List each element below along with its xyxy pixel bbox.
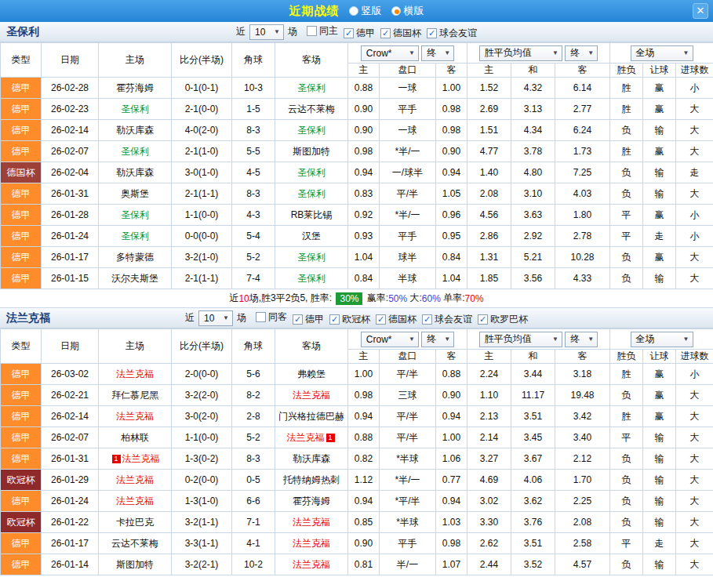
handicap-cell: 平手 (380, 226, 436, 247)
home-odds-cell: 0.94 (348, 491, 380, 512)
filter-option-3[interactable]: ✓德国杯 (376, 313, 417, 326)
col-header-odds-home: 主 (348, 64, 380, 78)
corners-cell: 7-1 (232, 512, 275, 533)
away-odds-cell: 0.95 (436, 226, 467, 247)
avg-home-cell: 2.86 (467, 226, 511, 247)
filter-option-2[interactable]: ✓德国杯 (380, 27, 421, 40)
bookmaker-value: Crow* (366, 334, 392, 345)
radio-checked-icon (391, 6, 401, 16)
match-count-value: 10 (255, 27, 265, 38)
odds-stage-select[interactable]: 终▼ (421, 45, 454, 61)
score-cell: 2-1(0-0) (172, 99, 232, 120)
match-result-cell: 负 (610, 491, 643, 512)
filter-option-3[interactable]: ✓球会友谊 (427, 27, 477, 40)
score-cell: 2-1(1-0) (172, 141, 232, 162)
avg-odds-selects: 胜平负均值▼ 终▼ (467, 329, 610, 350)
date-cell: 26-01-17 (42, 533, 99, 554)
goals-result-cell: 小 (676, 226, 713, 247)
checkbox-checked-icon[interactable]: ✓ (293, 314, 303, 325)
checkbox-unchecked-icon[interactable] (256, 312, 266, 322)
avg-draw-cell: 3.44 (511, 364, 555, 385)
home-odds-cell: 0.82 (348, 448, 380, 470)
home-team-cell: 法兰克福 (99, 491, 172, 512)
goals-result-cell: 大 (676, 554, 713, 575)
bookmaker-select[interactable]: Crow*▼ (361, 45, 419, 61)
avg-home-cell: 2.08 (467, 183, 511, 205)
checkbox-checked-icon[interactable]: ✓ (380, 28, 391, 38)
scope-select[interactable]: 全场▼ (631, 332, 693, 347)
team-name: 法兰克福 (6, 311, 50, 325)
checkbox-checked-icon[interactable]: ✓ (329, 314, 340, 325)
away-team-cell: 圣保利 (275, 78, 348, 99)
avg-away-cell: 1.73 (555, 141, 610, 162)
handicap-result-cell: 赢 (643, 78, 676, 99)
home-team-cell: 1法兰克福 (99, 448, 172, 470)
filter-label: 同客 (268, 310, 287, 324)
team-name: 云达不莱梅 (288, 103, 335, 114)
away-team-cell: RB莱比锡 (275, 205, 348, 226)
chevron-down-icon: ▼ (683, 336, 689, 343)
avg-home-cell: 1.31 (467, 247, 511, 268)
checkbox-checked-icon[interactable]: ✓ (376, 314, 386, 325)
home-odds-cell: 0.81 (348, 554, 380, 575)
avg-draw-cell: 2.92 (511, 226, 555, 247)
goals-result-cell: 大 (676, 406, 713, 427)
red-card-badge: 1 (112, 455, 121, 463)
col-header-home: 主场 (99, 329, 172, 364)
filter-option-0[interactable]: 同客 (256, 310, 287, 324)
checkbox-checked-icon[interactable]: ✓ (478, 314, 488, 325)
league-cell: 欧冠杯 (1, 470, 42, 491)
away-team-cell: 圣保利 (275, 162, 348, 183)
bookmaker-select[interactable]: Crow*▼ (361, 332, 419, 347)
match-row: 德甲26-02-23圣保利2-1(0-0)1-5云达不莱梅0.90平手0.982… (1, 99, 713, 120)
avg-away-cell: 1.80 (555, 205, 610, 226)
home-odds-cell: 1.00 (348, 364, 380, 385)
home-odds-cell: 0.90 (348, 99, 380, 120)
match-result-cell: 平 (610, 427, 643, 448)
team-name: 勒沃库森 (116, 167, 154, 178)
home-odds-cell: 0.94 (348, 162, 380, 183)
close-icon[interactable]: ✕ (693, 3, 708, 19)
goals-result-cell: 大 (676, 512, 713, 533)
league-cell: 德甲 (1, 120, 42, 141)
checkbox-checked-icon[interactable]: ✓ (344, 28, 354, 38)
avg-odds-value: 胜平负均值 (485, 46, 532, 60)
scope-select[interactable]: 全场▼ (631, 45, 693, 61)
avg-home-cell: 2.44 (467, 554, 511, 575)
checkbox-unchecked-icon[interactable] (307, 26, 317, 36)
handicap-cell: 平/半 (380, 183, 436, 205)
filter-option-1[interactable]: ✓德甲 (344, 27, 375, 40)
avg-draw-cell: 3.13 (511, 99, 555, 120)
chevron-down-icon: ▼ (444, 49, 450, 56)
filter-option-0[interactable]: 同主 (307, 24, 338, 38)
match-result-cell: 负 (610, 247, 643, 268)
team-name: 霍芬海姆 (293, 495, 330, 506)
col-header-corner: 角球 (232, 43, 275, 78)
col-header-date: 日期 (42, 43, 99, 78)
filter-option-4[interactable]: ✓球会友谊 (422, 313, 472, 326)
bookmaker-value: Crow* (366, 48, 392, 59)
avg-odds-select[interactable]: 胜平负均值▼ (479, 332, 562, 347)
avg-stage-select[interactable]: 终▼ (565, 45, 598, 61)
filter-option-1[interactable]: ✓德甲 (293, 313, 324, 326)
avg-odds-select[interactable]: 胜平负均值▼ (479, 45, 562, 61)
checkbox-checked-icon[interactable]: ✓ (422, 314, 432, 325)
match-count-select[interactable]: 10▼ (249, 24, 284, 40)
chevron-down-icon: ▼ (409, 49, 415, 56)
col-header-odds-home: 主 (348, 350, 380, 364)
filter-option-2[interactable]: ✓欧冠杯 (329, 313, 370, 326)
match-count-select[interactable]: 10▼ (198, 310, 233, 326)
league-cell: 德甲 (1, 78, 42, 99)
checkbox-checked-icon[interactable]: ✓ (427, 28, 437, 38)
layout-horizontal-radio[interactable]: 横版 (391, 4, 424, 18)
layout-vertical-radio[interactable]: 竖版 (349, 4, 382, 18)
avg-stage-select[interactable]: 终▼ (565, 332, 598, 347)
team-name: 圣保利 (297, 273, 326, 284)
col-header-avg-draw: 和 (511, 64, 555, 78)
league-cell: 德甲 (1, 364, 42, 385)
match-row: 德甲26-01-15沃尔夫斯堡2-1(1-1)7-4圣保利0.84半球1.041… (1, 268, 713, 289)
odds-stage-select[interactable]: 终▼ (421, 332, 454, 347)
filter-option-5[interactable]: ✓欧罗巴杯 (478, 313, 528, 326)
summary-text: 70% (465, 293, 484, 304)
team-name: 斯图加特 (116, 559, 154, 570)
